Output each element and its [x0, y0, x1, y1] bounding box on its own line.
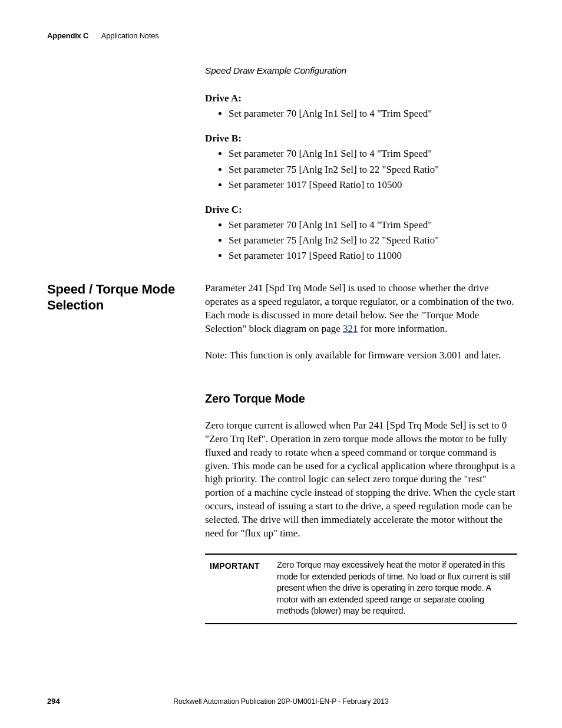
speed-torque-para: Parameter 241 [Spd Trq Mode Sel] is used… [205, 282, 517, 336]
appendix-label: Appendix C [47, 31, 88, 40]
list-item: Set parameter 1017 [Speed Ratio] to 1050… [229, 179, 517, 192]
drive-c-label: Drive C: [205, 203, 517, 216]
drive-a-list: Set parameter 70 [Anlg In1 Sel] to 4 "Tr… [205, 107, 517, 120]
drive-b-list: Set parameter 70 [Anlg In1 Sel] to 4 "Tr… [205, 147, 517, 191]
zero-torque-heading: Zero Torque Mode [205, 391, 517, 406]
drive-b-label: Drive B: [205, 132, 517, 145]
side-heading-speed-torque: Speed / Torque Mode Selection [47, 282, 189, 314]
speed-torque-section: Parameter 241 [Spd Trq Mode Sel] is used… [205, 282, 517, 624]
speed-torque-note: Note: This function is only available fo… [205, 349, 517, 363]
zero-torque-para: Zero torque current is allowed when Par … [205, 419, 517, 541]
drive-a-label: Drive A: [205, 92, 517, 105]
para-text-b: for more information. [358, 323, 448, 334]
list-item: Set parameter 1017 [Speed Ratio] to 1100… [229, 249, 517, 262]
list-item: Set parameter 70 [Anlg In1 Sel] to 4 "Tr… [229, 147, 517, 160]
page-reference-link[interactable]: 321 [343, 323, 358, 334]
list-item: Set parameter 70 [Anlg In1 Sel] to 4 "Tr… [229, 219, 517, 232]
page: Appendix C Application Notes Speed Draw … [0, 0, 562, 728]
speed-draw-title: Speed Draw Example Configuration [205, 65, 517, 77]
list-item: Set parameter 75 [Anlg In2 Sel] to 22 "S… [229, 234, 517, 247]
list-item: Set parameter 75 [Anlg In2 Sel] to 22 "S… [229, 163, 517, 176]
drive-c-list: Set parameter 70 [Anlg In1 Sel] to 4 "Tr… [205, 219, 517, 262]
publication-footer: Rockwell Automation Publication 20P-UM00… [0, 697, 562, 706]
list-item: Set parameter 70 [Anlg In1 Sel] to 4 "Tr… [229, 107, 517, 120]
important-label: IMPORTANT [205, 554, 272, 624]
chapter-label: Application Notes [101, 31, 159, 40]
running-header: Appendix C Application Notes [47, 31, 159, 40]
important-box: IMPORTANT Zero Torque may excessively he… [205, 554, 517, 624]
important-body: Zero Torque may excessively heat the mot… [272, 554, 517, 624]
speed-draw-section: Speed Draw Example Configuration Drive A… [205, 65, 517, 265]
